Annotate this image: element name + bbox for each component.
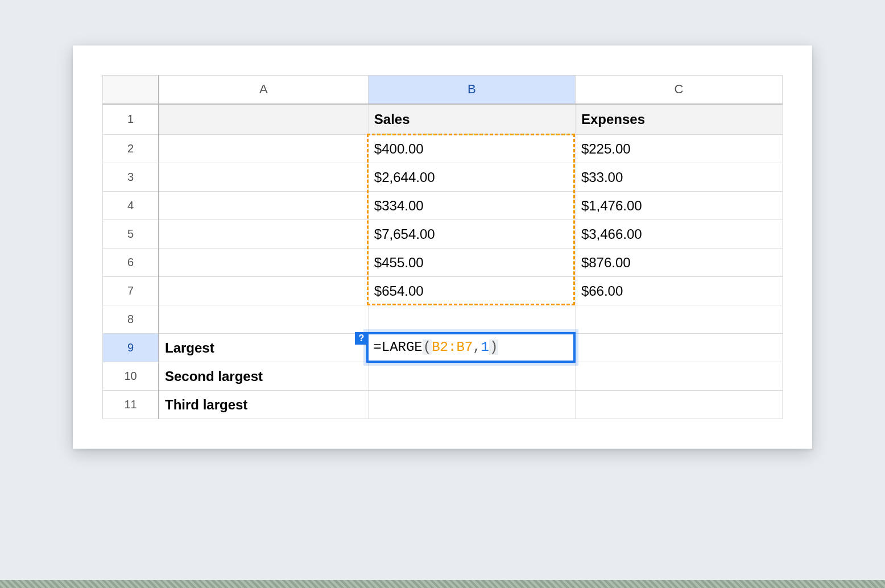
- row-6: 6 $455.00 $876.00: [103, 249, 783, 277]
- row-header-6[interactable]: 6: [103, 249, 159, 277]
- active-cell-editor[interactable]: ? =LARGE(B2:B7,1): [366, 332, 576, 363]
- cell-C10[interactable]: [575, 362, 782, 391]
- formula-range: B2:B7: [432, 339, 473, 355]
- row-header-11[interactable]: 11: [103, 391, 159, 419]
- cell-A9[interactable]: Largest: [159, 334, 368, 362]
- row-header-10[interactable]: 10: [103, 362, 159, 391]
- column-header-C[interactable]: C: [575, 76, 782, 104]
- select-all-corner[interactable]: [103, 76, 159, 104]
- cell-B8[interactable]: [368, 305, 575, 334]
- row-1: 1 Sales Expenses: [103, 104, 783, 135]
- row-header-8[interactable]: 8: [103, 305, 159, 334]
- cell-C8[interactable]: [575, 305, 782, 334]
- decorative-bottom-band: [0, 580, 885, 588]
- formula-text[interactable]: =LARGE(B2:B7,1): [369, 337, 503, 357]
- row-header-9[interactable]: 9: [103, 334, 159, 362]
- cell-C2[interactable]: $225.00: [575, 135, 782, 163]
- cell-A2[interactable]: [159, 135, 368, 163]
- row-header-4[interactable]: 4: [103, 192, 159, 220]
- cell-B3[interactable]: $2,644.00: [368, 163, 575, 192]
- cell-A6[interactable]: [159, 249, 368, 277]
- cell-B4[interactable]: $334.00: [368, 192, 575, 220]
- formula-open-paren: (: [423, 339, 432, 355]
- row-2: 2 $400.00 $225.00: [103, 135, 783, 163]
- cell-B7[interactable]: $654.00: [368, 277, 575, 305]
- row-8: 8: [103, 305, 783, 334]
- cell-B10[interactable]: [368, 362, 575, 391]
- cell-B11[interactable]: [368, 391, 575, 419]
- column-header-B[interactable]: B: [368, 76, 575, 104]
- cell-B5[interactable]: $7,654.00: [368, 220, 575, 249]
- cell-C11[interactable]: [575, 391, 782, 419]
- cell-A4[interactable]: [159, 192, 368, 220]
- formula-func: =LARGE: [373, 339, 422, 355]
- row-7: 7 $654.00 $66.00: [103, 277, 783, 305]
- cell-A11[interactable]: Third largest: [159, 391, 368, 419]
- row-header-2[interactable]: 2: [103, 135, 159, 163]
- row-3: 3 $2,644.00 $33.00: [103, 163, 783, 192]
- cell-A5[interactable]: [159, 220, 368, 249]
- column-header-row: A B C: [103, 76, 783, 104]
- cell-C5[interactable]: $3,466.00: [575, 220, 782, 249]
- cell-C6[interactable]: $876.00: [575, 249, 782, 277]
- formula-help-icon[interactable]: ?: [355, 332, 367, 345]
- cell-C4[interactable]: $1,476.00: [575, 192, 782, 220]
- row-header-7[interactable]: 7: [103, 277, 159, 305]
- row-10: 10 Second largest: [103, 362, 783, 391]
- cell-B6[interactable]: $455.00: [368, 249, 575, 277]
- row-header-5[interactable]: 5: [103, 220, 159, 249]
- row-4: 4 $334.00 $1,476.00: [103, 192, 783, 220]
- row-header-1[interactable]: 1: [103, 104, 159, 135]
- cell-A7[interactable]: [159, 277, 368, 305]
- cell-A10[interactable]: Second largest: [159, 362, 368, 391]
- grid-table: A B C 1 Sales Expenses 2 $400.00 $225.00…: [102, 75, 783, 419]
- cell-A8[interactable]: [159, 305, 368, 334]
- cell-A3[interactable]: [159, 163, 368, 192]
- spreadsheet: A B C 1 Sales Expenses 2 $400.00 $225.00…: [102, 75, 783, 419]
- formula-close-paren: ): [489, 339, 498, 355]
- cell-C1[interactable]: Expenses: [575, 104, 782, 135]
- cell-C7[interactable]: $66.00: [575, 277, 782, 305]
- formula-arg: 1: [481, 339, 489, 355]
- cell-B2[interactable]: $400.00: [368, 135, 575, 163]
- row-5: 5 $7,654.00 $3,466.00: [103, 220, 783, 249]
- cell-B1[interactable]: Sales: [368, 104, 575, 135]
- row-11: 11 Third largest: [103, 391, 783, 419]
- cell-C3[interactable]: $33.00: [575, 163, 782, 192]
- column-header-A[interactable]: A: [159, 76, 368, 104]
- cell-C9[interactable]: [575, 334, 782, 362]
- formula-comma: ,: [473, 339, 481, 355]
- row-header-3[interactable]: 3: [103, 163, 159, 192]
- cell-A1[interactable]: [159, 104, 368, 135]
- screenshot-card: A B C 1 Sales Expenses 2 $400.00 $225.00…: [73, 45, 812, 449]
